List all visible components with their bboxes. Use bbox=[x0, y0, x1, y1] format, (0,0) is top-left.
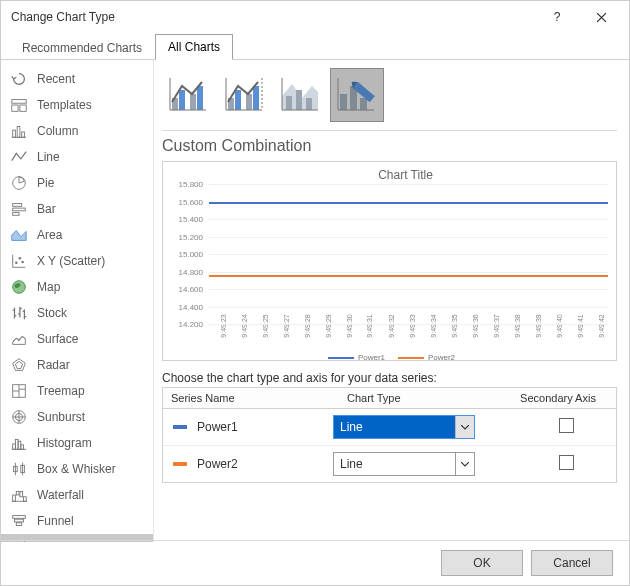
gridline bbox=[209, 272, 608, 273]
sidebar-item-column[interactable]: Column bbox=[1, 118, 153, 144]
combo-subtype-clustered-column-line-secondary[interactable] bbox=[218, 68, 272, 122]
svg-rect-52 bbox=[15, 519, 24, 522]
sidebar-item-waterfall[interactable]: Waterfall bbox=[1, 482, 153, 508]
sidebar-item-funnel[interactable]: Funnel bbox=[1, 508, 153, 534]
col-secondary-axis: Secondary Axis bbox=[500, 388, 616, 408]
chart-legend: Power1 Power2 bbox=[163, 353, 616, 362]
combo-subtype-stacked-area-column[interactable] bbox=[274, 68, 328, 122]
sidebar-item-recent[interactable]: Recent bbox=[1, 66, 153, 92]
close-icon bbox=[596, 12, 607, 23]
funnel-icon bbox=[9, 511, 29, 531]
sidebar-item-box-whisker[interactable]: Box & Whisker bbox=[1, 456, 153, 482]
chevron-down-icon bbox=[455, 453, 474, 475]
sidebar-item-radar[interactable]: Radar bbox=[1, 352, 153, 378]
gridline bbox=[209, 219, 608, 220]
combo-subtype-custom[interactable] bbox=[330, 68, 384, 122]
sidebar-item-sunburst[interactable]: Sunburst bbox=[1, 404, 153, 430]
sidebar-item-pie[interactable]: Pie bbox=[1, 170, 153, 196]
gridline bbox=[209, 184, 608, 185]
treemap-icon bbox=[9, 381, 29, 401]
x-y-scatter--icon bbox=[9, 251, 29, 271]
series-grid: Series Name Chart Type Secondary Axis Po… bbox=[162, 387, 617, 483]
chart-type-select-power2[interactable]: Line bbox=[333, 452, 475, 476]
sidebar-item-histogram[interactable]: Histogram bbox=[1, 430, 153, 456]
chart-preview[interactable]: Chart Title 9:49:239:49:249:49:259:49:27… bbox=[162, 161, 617, 361]
sunburst-icon bbox=[9, 407, 29, 427]
series-grid-header: Series Name Chart Type Secondary Axis bbox=[163, 388, 616, 409]
box-whisker-icon bbox=[9, 459, 29, 479]
svg-rect-40 bbox=[21, 445, 24, 450]
pie-icon bbox=[9, 173, 29, 193]
combo-subtype-2-icon bbox=[222, 72, 268, 118]
column-icon bbox=[9, 121, 29, 141]
svg-rect-72 bbox=[296, 90, 302, 110]
y-tick: 15.000 bbox=[163, 250, 203, 259]
sidebar-item-bar[interactable]: Bar bbox=[1, 196, 153, 222]
chart-preview-title: Chart Title bbox=[203, 168, 608, 182]
legend-swatch-2 bbox=[398, 357, 424, 359]
sidebar-item-stock[interactable]: Stock bbox=[1, 300, 153, 326]
y-tick: 15.800 bbox=[163, 180, 203, 189]
chart-type-sidebar: RecentTemplatesColumnLinePieBarAreaX Y (… bbox=[1, 60, 153, 542]
secondary-axis-checkbox-power1[interactable] bbox=[559, 418, 574, 433]
svg-rect-4 bbox=[17, 127, 20, 138]
y-tick: 15.200 bbox=[163, 232, 203, 241]
combo-subtype-custom-icon bbox=[334, 72, 380, 118]
sidebar-item-templates[interactable]: Templates bbox=[1, 92, 153, 118]
sidebar-item-area[interactable]: Area bbox=[1, 222, 153, 248]
waterfall-icon bbox=[9, 485, 29, 505]
series-name: Power1 bbox=[197, 420, 238, 434]
gridline bbox=[209, 324, 608, 325]
cancel-button[interactable]: Cancel bbox=[531, 550, 613, 576]
svg-rect-8 bbox=[13, 204, 22, 207]
dialog-title: Change Chart Type bbox=[11, 10, 535, 24]
secondary-axis-checkbox-power2[interactable] bbox=[559, 455, 574, 470]
svg-rect-60 bbox=[197, 86, 203, 110]
y-tick: 14.200 bbox=[163, 320, 203, 329]
sidebar-item-surface[interactable]: Surface bbox=[1, 326, 153, 352]
ok-button[interactable]: OK bbox=[441, 550, 523, 576]
surface-icon bbox=[9, 329, 29, 349]
area-icon bbox=[9, 225, 29, 245]
recent-icon bbox=[9, 69, 29, 89]
col-chart-type: Chart Type bbox=[339, 388, 500, 408]
series-row-power2: Power2Line bbox=[163, 446, 616, 482]
svg-rect-5 bbox=[22, 132, 25, 137]
close-button[interactable] bbox=[579, 3, 623, 31]
sidebar-item-line[interactable]: Line bbox=[1, 144, 153, 170]
combo-subtype-clustered-column-line[interactable] bbox=[162, 68, 216, 122]
tab-all-charts[interactable]: All Charts bbox=[155, 34, 233, 60]
svg-marker-28 bbox=[15, 361, 22, 368]
dialog-footer: OK Cancel bbox=[1, 540, 629, 585]
svg-point-15 bbox=[19, 257, 22, 260]
map-icon bbox=[9, 277, 29, 297]
sidebar-item-treemap[interactable]: Treemap bbox=[1, 378, 153, 404]
help-button[interactable]: ? bbox=[535, 3, 579, 31]
line-icon bbox=[9, 147, 29, 167]
svg-rect-76 bbox=[340, 94, 347, 110]
chevron-down-icon bbox=[455, 416, 474, 438]
svg-rect-48 bbox=[20, 491, 23, 496]
sidebar-item-x-y-scatter-[interactable]: X Y (Scatter) bbox=[1, 248, 153, 274]
svg-rect-3 bbox=[13, 130, 16, 137]
svg-rect-0 bbox=[12, 100, 26, 104]
legend-swatch-1 bbox=[328, 357, 354, 359]
sidebar-item-map[interactable]: Map bbox=[1, 274, 153, 300]
series-row-power1: Power1Line bbox=[163, 409, 616, 446]
svg-rect-53 bbox=[16, 523, 21, 526]
svg-rect-78 bbox=[360, 98, 367, 110]
x-tick: 9:49:42 bbox=[598, 314, 628, 337]
svg-rect-46 bbox=[13, 495, 16, 501]
bar-icon bbox=[9, 199, 29, 219]
histogram-icon bbox=[9, 433, 29, 453]
gridline bbox=[209, 237, 608, 238]
svg-point-16 bbox=[21, 261, 24, 264]
y-tick: 14.400 bbox=[163, 302, 203, 311]
svg-rect-49 bbox=[24, 497, 27, 502]
y-tick: 14.800 bbox=[163, 267, 203, 276]
chart-type-select-power1[interactable]: Line bbox=[333, 415, 475, 439]
series-line-power2 bbox=[209, 275, 608, 277]
svg-marker-11 bbox=[12, 231, 26, 241]
titlebar: Change Chart Type ? bbox=[1, 1, 629, 33]
tab-recommended-charts[interactable]: Recommended Charts bbox=[9, 35, 155, 60]
